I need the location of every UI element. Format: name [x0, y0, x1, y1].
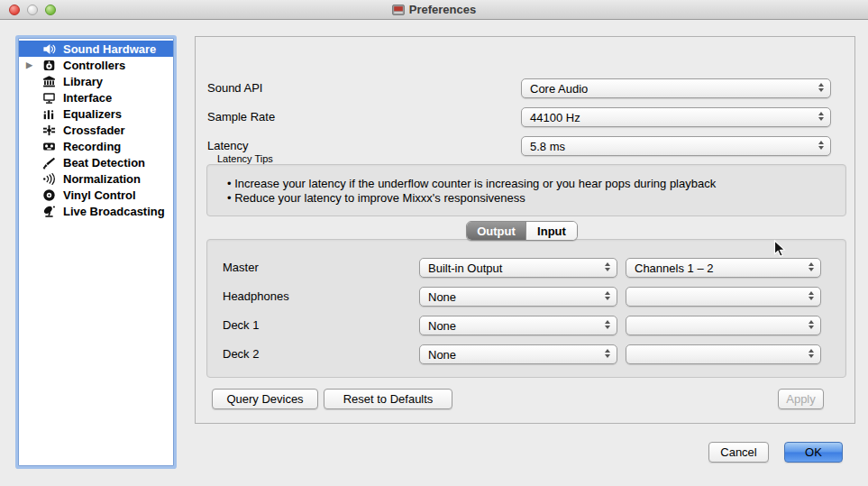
sidebar-item-label: Recording — [63, 140, 121, 153]
close-button[interactable] — [9, 5, 20, 15]
dropdown-arrows-icon — [818, 112, 824, 121]
headphones-device-value: None — [428, 290, 456, 304]
sample-rate-label: Sample Rate — [207, 107, 275, 127]
sidebar-item-interface[interactable]: Interface — [19, 89, 173, 105]
vinyl-icon — [42, 188, 58, 202]
io-tab-bar: Output Input — [466, 221, 578, 241]
deck2-channels-dropdown[interactable] — [626, 344, 821, 364]
deck1-channels-dropdown[interactable] — [626, 316, 821, 335]
headphones-channels-dropdown[interactable] — [626, 287, 821, 307]
sidebar-item-live-broadcasting[interactable]: Live Broadcasting — [19, 203, 173, 219]
sidebar-item-label: Library — [63, 75, 103, 88]
master-label: Master — [223, 258, 259, 278]
deck1-device-dropdown[interactable]: None — [419, 316, 617, 335]
dropdown-arrows-icon — [809, 320, 814, 329]
sample-rate-value: 44100 Hz — [530, 111, 580, 124]
sidebar-item-recording[interactable]: Recording — [19, 138, 173, 154]
latency-tip: Reduce your latency to improve Mixxx's r… — [227, 191, 525, 206]
sidebar-item-equalizers[interactable]: Equalizers — [19, 105, 173, 122]
crossfader-icon — [42, 124, 58, 137]
cassette-icon — [42, 140, 58, 153]
disclosure-triangle-icon[interactable]: ▶ — [26, 57, 42, 73]
latency-tips-title: Latency Tips — [217, 153, 273, 164]
dropdown-arrows-icon — [605, 262, 610, 271]
sidebar-item-label: Normalization — [63, 172, 141, 186]
master-device-dropdown[interactable]: Built-in Output — [419, 258, 617, 278]
dropdown-arrows-icon — [605, 320, 610, 329]
cancel-button[interactable]: Cancel — [708, 442, 769, 463]
library-icon — [42, 75, 58, 88]
dropdown-arrows-icon — [809, 291, 814, 300]
headphones-device-dropdown[interactable]: None — [419, 287, 617, 307]
sound-api-value: Core Audio — [530, 82, 588, 96]
sidebar-item-vinyl-control[interactable]: Vinyl Control — [19, 187, 173, 203]
deck2-device-dropdown[interactable]: None — [419, 344, 617, 364]
latency-dropdown[interactable]: 5.8 ms — [521, 136, 831, 156]
query-devices-button[interactable]: Query Devices — [212, 389, 318, 409]
dropdown-arrows-icon — [818, 141, 824, 150]
deck2-label: Deck 2 — [223, 344, 259, 364]
sidebar-item-label: Live Broadcasting — [63, 205, 165, 218]
sound-api-label: Sound API — [207, 78, 262, 98]
reset-to-defaults-button[interactable]: Reset to Defaults — [324, 389, 452, 409]
preferences-window: Preferences Sound Hardware ▶ Controllers… — [0, 0, 868, 486]
preferences-icon — [392, 4, 405, 16]
master-device-value: Built-in Output — [428, 261, 502, 275]
apply-button[interactable]: Apply — [778, 389, 824, 409]
headphones-label: Headphones — [223, 287, 289, 307]
minimize-button[interactable] — [27, 5, 38, 15]
dropdown-arrows-icon — [809, 262, 814, 271]
beat-wand-icon — [42, 156, 58, 170]
tab-output[interactable]: Output — [467, 222, 526, 240]
sidebar-item-normalization[interactable]: Normalization — [19, 170, 173, 187]
window-title: Preferences — [409, 3, 476, 16]
mouse-cursor-icon — [773, 240, 786, 258]
sound-hardware-pane: Sound API Core Audio Sample Rate 44100 H… — [195, 36, 855, 424]
dropdown-arrows-icon — [605, 349, 610, 358]
latency-tips-box: Increase your latency if the underflow c… — [206, 164, 846, 216]
sidebar-item-label: Sound Hardware — [63, 42, 156, 56]
controller-icon — [42, 59, 58, 72]
sidebar-item-label: Controllers — [63, 59, 125, 72]
sidebar-item-sound-hardware[interactable]: Sound Hardware — [19, 41, 173, 57]
monitor-icon — [42, 91, 58, 105]
sample-rate-dropdown[interactable]: 44100 Hz — [521, 107, 831, 127]
sidebar-item-label: Interface — [63, 91, 112, 105]
master-channels-value: Channels 1 – 2 — [635, 261, 713, 275]
sound-api-dropdown[interactable]: Core Audio — [521, 78, 831, 98]
soundwave-icon — [42, 172, 58, 186]
sidebar-item-label: Beat Detection — [63, 156, 145, 170]
ok-button[interactable]: OK — [784, 442, 843, 463]
speaker-icon — [42, 42, 58, 56]
zoom-button[interactable] — [45, 5, 56, 15]
preferences-category-list: Sound Hardware ▶ Controllers Library Int… — [18, 38, 174, 466]
title-area: Preferences — [0, 3, 868, 16]
title-bar: Preferences — [0, 0, 868, 20]
sidebar-item-crossfader[interactable]: Crossfader — [19, 122, 173, 138]
satellite-icon — [42, 205, 58, 218]
dropdown-arrows-icon — [809, 349, 814, 358]
equalizer-icon — [42, 107, 58, 121]
deck2-device-value: None — [428, 348, 456, 362]
deck1-device-value: None — [428, 319, 456, 333]
dropdown-arrows-icon — [605, 291, 610, 300]
deck1-label: Deck 1 — [223, 316, 259, 335]
latency-value: 5.8 ms — [530, 140, 565, 153]
sidebar-item-library[interactable]: Library — [19, 73, 173, 89]
dropdown-arrows-icon — [818, 83, 824, 92]
master-channels-dropdown[interactable]: Channels 1 – 2 — [626, 258, 821, 278]
tab-input[interactable]: Input — [526, 222, 577, 240]
traffic-lights — [9, 5, 56, 15]
sidebar-item-beat-detection[interactable]: Beat Detection — [19, 154, 173, 170]
sidebar-item-controllers[interactable]: ▶ Controllers — [19, 57, 173, 73]
output-routing-box: Master Built-in Output Channels 1 – 2 He… — [206, 239, 846, 378]
latency-tip: Increase your latency if the underflow c… — [227, 177, 716, 191]
sidebar-item-label: Equalizers — [63, 107, 122, 121]
sidebar-item-label: Vinyl Control — [63, 188, 136, 202]
sidebar-item-label: Crossfader — [63, 124, 125, 137]
